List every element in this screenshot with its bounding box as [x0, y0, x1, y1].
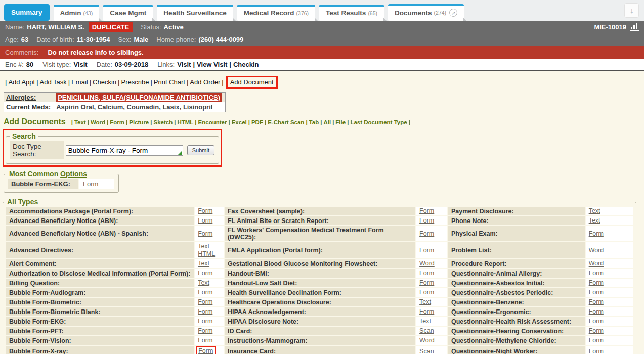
doc-link-phone-note-text[interactable]: Text — [589, 217, 600, 224]
doc-link-bubble-form-ekg-form[interactable]: Form — [198, 318, 212, 325]
action-link-add-order[interactable]: Add Order — [190, 78, 220, 86]
tab-case-mgmt[interactable]: Case Mgmt — [103, 5, 153, 21]
doc-type-label: Questionnaire-Ergonomic: — [448, 307, 585, 316]
tab-medical-record[interactable]: Medical Record(376) — [237, 5, 315, 21]
doc-link-instructions-mammogram-word[interactable]: Word — [419, 337, 435, 344]
new-doc-link-last-document-type[interactable]: Last Document Type — [350, 119, 407, 125]
scroll-down-button[interactable]: ↓ — [624, 3, 639, 18]
doc-link-advanced-directives-html[interactable]: HTML — [198, 250, 215, 257]
doc-link-accommodations-package-portal-form-form[interactable]: Form — [198, 207, 212, 214]
med-link-lasix[interactable]: Lasix — [162, 103, 179, 111]
tab-health-surveillance[interactable]: Health Surveillance — [157, 5, 233, 21]
new-doc-link-text[interactable]: Text — [74, 119, 86, 125]
new-doc-link-html[interactable]: HTML — [177, 119, 193, 125]
tab-test-results[interactable]: Test Results(65) — [319, 5, 384, 21]
tab-documents[interactable]: Documents(274)↗ — [388, 4, 464, 21]
med-link-lisinopril[interactable]: Lisinopril — [183, 103, 213, 111]
doc-link-hipaa-acknowledgement-form[interactable]: Form — [419, 308, 434, 315]
doc-link-alert-comment-text[interactable]: Text — [198, 260, 209, 267]
flowchart-link[interactable] — [630, 23, 639, 31]
doc-link-questionnaire-animal-allergy-form[interactable]: Form — [589, 270, 604, 277]
doc-link-advanced-beneficiary-notice-abn-spanish-form[interactable]: Form — [198, 230, 212, 237]
meds-value-cell: Aspirin Oral, Calcium, Coumadin, Lasix, … — [54, 102, 225, 112]
med-link-calcium[interactable]: Calcium — [98, 103, 123, 111]
action-link-checkin[interactable]: Checkin — [93, 78, 116, 86]
current-meds-link[interactable]: Current Meds: — [6, 103, 51, 111]
search-row: Doc Type Search: Submit — [10, 141, 214, 159]
doc-link-gestational-blood-glucose-monitoring-flowsheet-word[interactable]: Word — [419, 260, 435, 267]
doc-link-questionnaire-health-risk-assessment-form[interactable]: Form — [589, 318, 604, 325]
doc-link-billing-question-text[interactable]: Text — [198, 279, 209, 286]
new-doc-link-pdf[interactable]: PDF — [251, 119, 263, 125]
new-doc-link-encounter[interactable]: Encounter — [198, 119, 227, 125]
doc-link-questionnaire-ergonomic-form[interactable]: Form — [589, 308, 604, 315]
open-in-new-icon[interactable]: ↗ — [449, 9, 457, 17]
doc-link-questionnaire-asbestos-initial-form[interactable]: Form — [589, 279, 604, 286]
doc-link-questionnaire-asbestos-periodic-form[interactable]: Form — [589, 289, 604, 296]
action-link-add-task[interactable]: Add Task — [40, 78, 67, 86]
new-doc-link-tab[interactable]: Tab — [309, 119, 319, 125]
doc-link-advanced-beneficiary-notice-abn-form[interactable]: Form — [198, 217, 212, 224]
action-link-add-appt[interactable]: Add Appt — [8, 78, 35, 86]
enc-link-view-visit[interactable]: View Visit — [197, 61, 227, 68]
action-link-prescribe[interactable]: Prescribe — [121, 78, 149, 86]
enc-link-visit[interactable]: Visit — [177, 61, 191, 68]
options-link[interactable]: Options — [60, 170, 87, 178]
doc-link-questionnaire-hearing-conservation-form[interactable]: Form — [589, 327, 604, 334]
doc-link-health-surveillance-declination-form-form[interactable]: Form — [419, 289, 434, 296]
doc-link-fax-coversheet-sample-form[interactable]: Form — [419, 207, 434, 214]
new-doc-link-all[interactable]: All — [323, 119, 331, 125]
new-doc-link-picture[interactable]: Picture — [129, 119, 149, 125]
new-doc-link-file[interactable]: File — [335, 119, 346, 125]
doc-link-fl-workers-compensation-medical-treatment-form-dwc25-form[interactable]: Form — [419, 230, 434, 237]
new-doc-link-excel[interactable]: Excel — [232, 119, 247, 125]
doc-link-payment-disclosure-text[interactable]: Text — [589, 207, 600, 214]
doc-link-fmla-application-portal-form-form[interactable]: Form — [419, 247, 434, 254]
doc-link-problem-list-word[interactable]: Word — [589, 247, 604, 254]
doc-link-bubble-form-x-ray-form[interactable]: Form — [198, 347, 213, 354]
doc-type-links: Form — [416, 307, 447, 316]
doc-link-authorization-to-disclose-medical-information-portal-form-form[interactable]: Form — [198, 270, 212, 277]
doc-type-label: Handout-Low Salt Diet: — [225, 279, 415, 287]
doc-link-handout-low-salt-diet-form[interactable]: Form — [419, 279, 434, 286]
doc-type-search-input[interactable] — [66, 145, 183, 156]
doc-link-bubble-form-biometric-form[interactable]: Form — [198, 298, 212, 305]
action-link-print-chart[interactable]: Print Chart — [154, 78, 185, 86]
tab-admin[interactable]: Admin(43) — [54, 5, 100, 21]
enc-link-checkin[interactable]: Checkin — [233, 61, 259, 68]
doc-link-questionnaire-benzene-form[interactable]: Form — [589, 298, 604, 305]
tab-summary[interactable]: Summary — [4, 4, 50, 21]
action-link-add-document[interactable]: Add Document — [230, 78, 274, 86]
new-doc-link-form[interactable]: Form — [110, 119, 124, 125]
doc-link-hipaa-disclosure-note-text[interactable]: Text — [419, 318, 431, 325]
doc-link-handout-bmi-form[interactable]: Form — [419, 270, 434, 277]
new-doc-link-e-chart-scan[interactable]: E-Chart Scan — [268, 119, 304, 125]
med-link-coumadin[interactable]: Coumadin — [127, 103, 159, 111]
doc-link-bubble-form-ekg-form[interactable]: Form — [83, 180, 98, 188]
submit-button[interactable]: Submit — [187, 145, 214, 155]
allergies-link[interactable]: Allergies: — [6, 94, 36, 101]
doc-link-questionnaire-night-worker-form[interactable]: Form — [589, 348, 604, 354]
new-doc-link-word[interactable]: Word — [91, 119, 105, 125]
doc-link-bubble-form-vision-form[interactable]: Form — [198, 337, 212, 344]
doc-link-healthcare-operations-disclosure-text[interactable]: Text — [419, 298, 431, 305]
allergy-list-link[interactable]: PENICILLINS, SULFA(SULFONAMIDE ANTIBIOTI… — [56, 93, 222, 102]
doc-link-bubble-form-biometric-blank-form[interactable]: Form — [198, 308, 212, 315]
doc-link-id-card-scan[interactable]: Scan — [419, 327, 434, 334]
doc-link-fl-animal-bite-or-scratch-report-form[interactable]: Form — [419, 217, 434, 224]
most-common-fieldset: Most Common Options Bubble Form-EKG: For… — [4, 170, 119, 193]
doc-link-advanced-directives-text[interactable]: Text — [198, 243, 209, 250]
patient-id: MIE-10019 — [594, 23, 626, 31]
doc-link-insurance-card-scan[interactable]: Scan — [419, 348, 434, 354]
doc-link-bubble-form-audiogram-form[interactable]: Form — [198, 289, 212, 296]
doc-link-bubble-form-pft-form[interactable]: Form — [198, 327, 212, 334]
doc-link-procedure-report-word[interactable]: Word — [589, 260, 604, 267]
doc-type-label: Bubble Form-Biometric: — [6, 298, 194, 306]
search-fieldset: Search Doc Type Search: Submit — [6, 132, 219, 164]
doc-link-questionnaire-methylene-chloride-form[interactable]: Form — [589, 337, 604, 344]
new-doc-link-sketch[interactable]: Sketch — [153, 119, 173, 125]
doc-type-label: Advanced Directives: — [6, 242, 194, 258]
action-link-email[interactable]: Email — [71, 78, 88, 86]
med-link-aspirin-oral[interactable]: Aspirin Oral — [56, 103, 94, 111]
doc-link-physical-exam-form[interactable]: Form — [589, 230, 604, 237]
